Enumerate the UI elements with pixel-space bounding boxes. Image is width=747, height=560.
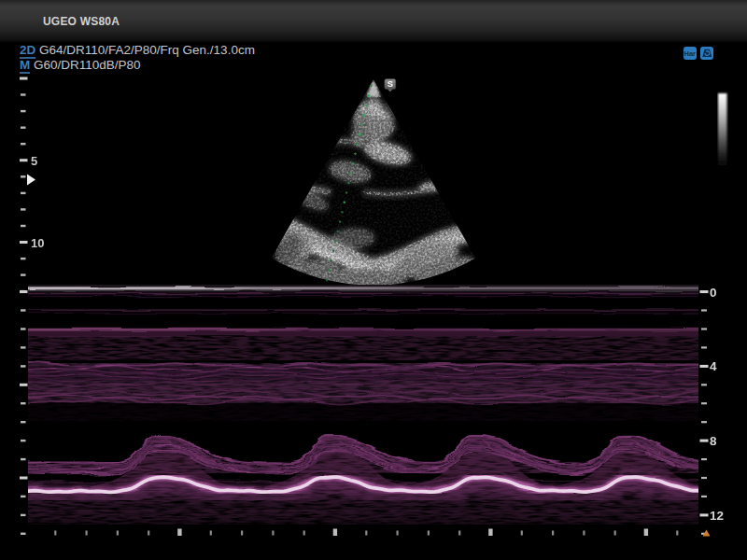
svg-text:5: 5: [31, 154, 37, 168]
svg-text:10: 10: [31, 236, 44, 250]
svg-text:8: 8: [710, 434, 717, 448]
svg-text:S: S: [388, 78, 393, 89]
svg-text:0: 0: [710, 286, 717, 300]
svg-text:12: 12: [710, 509, 724, 523]
svg-text:4: 4: [710, 359, 717, 373]
